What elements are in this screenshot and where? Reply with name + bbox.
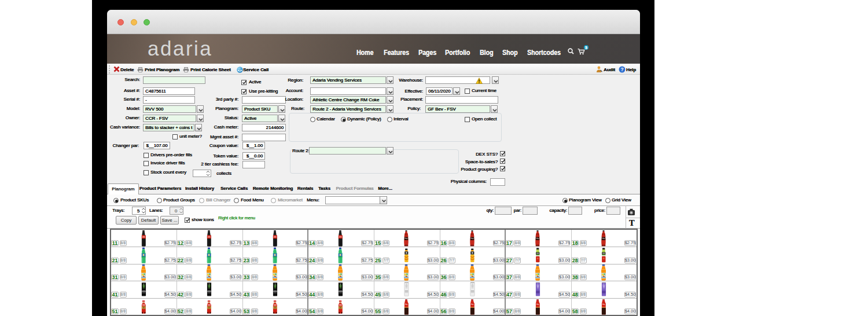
svg-text:?: ? <box>620 67 623 72</box>
